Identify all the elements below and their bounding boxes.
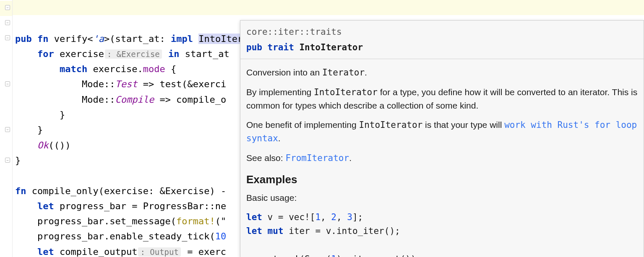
doc-link-fromiterator[interactable]: FromIterator [285, 153, 349, 163]
editor-gutter [0, 0, 13, 257]
doc-paragraph: By implementing IntoIterator for a type,… [246, 86, 638, 112]
fold-handle-icon[interactable] [5, 127, 10, 132]
fold-handle-icon[interactable] [5, 81, 10, 86]
doc-code-block: let v = vec![1, 2, 3]; let mut iter = v.… [246, 210, 638, 257]
doc-paragraph: One benefit of implementing IntoIterator… [246, 118, 638, 145]
doc-header: core::iter::traits pub trait IntoIterato… [240, 21, 644, 59]
fold-handle-icon[interactable] [5, 35, 10, 40]
fold-handle-icon[interactable] [5, 5, 10, 10]
doc-body: Conversion into an Iterator. By implemen… [240, 59, 644, 257]
documentation-popup[interactable]: core::iter::traits pub trait IntoIterato… [240, 20, 644, 257]
inlay-hint: : &Exercise [105, 49, 162, 59]
inlay-hint: : Output [138, 247, 181, 257]
doc-paragraph: Conversion into an Iterator. [246, 66, 638, 80]
doc-signature: pub trait IntoIterator [246, 40, 638, 55]
fold-handle-icon[interactable] [5, 158, 10, 163]
doc-examples-heading: Examples [246, 171, 638, 189]
fold-handle-icon[interactable] [5, 20, 10, 25]
doc-module-path: core::iter::traits [246, 25, 638, 39]
doc-paragraph: See also: FromIterator. [246, 151, 638, 165]
doc-paragraph: Basic usage: [246, 191, 638, 205]
